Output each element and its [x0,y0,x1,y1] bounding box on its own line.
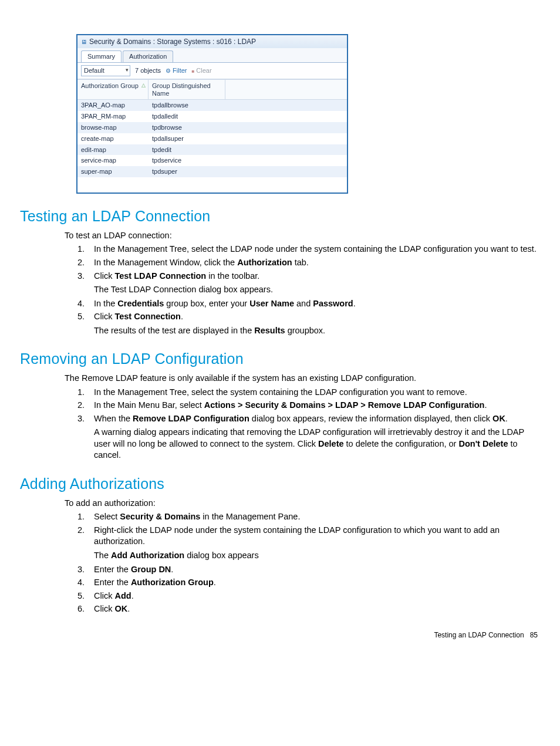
page-number: 85 [530,631,538,639]
list-item: Select Security & Domains in the Managem… [87,511,540,523]
clear-link: Clear [191,66,211,75]
steps-list: In the Management Tree, select the syste… [65,387,540,461]
section-removing-body: The Remove LDAP feature is only availabl… [65,373,540,461]
heading-adding-authorizations: Adding Authorizations [20,474,540,494]
footer-text: Testing an LDAP Connection [434,631,524,639]
steps-list: Select Security & Domains in the Managem… [65,511,540,615]
grid-body: 3PAR_AO-maptpdallbrowse 3PAR_RM-maptpdal… [77,100,347,193]
filter-icon [166,66,171,75]
table-row[interactable]: service-maptpdservice [77,155,347,166]
list-item: Enter the Authorization Group. [87,577,540,589]
tab-authorization[interactable]: Authorization [123,50,173,62]
tab-bar: Summary Authorization [77,48,347,62]
list-item: Click OK. [87,603,540,615]
table-row[interactable]: browse-maptpdbrowse [77,122,347,133]
table-row[interactable]: edit-maptpdedit [77,144,347,156]
authorization-grid: Authorization Group △ Group Distinguishe… [77,79,347,193]
window-icon [81,37,87,46]
window-title: Security & Domains : Storage Systems : s… [89,37,256,46]
intro-text: To add an authorization: [65,498,540,509]
list-item: In the Management Tree, select the LDAP … [87,244,540,255]
intro-text: To test an LDAP connection: [65,230,540,242]
heading-removing-ldap: Removing an LDAP Configuration [20,349,540,369]
table-row[interactable]: 3PAR_RM-maptpdalledit [77,111,347,122]
heading-testing-ldap: Testing an LDAP Connection [20,207,540,227]
list-item: In the Main Menu Bar, select Actions > S… [87,400,540,411]
list-item: When the Remove LDAP Configuration dialo… [87,413,540,461]
toolbar: Default 7 objects Filter Clear [77,62,347,79]
section-testing-body: To test an LDAP connection: In the Manag… [65,230,540,337]
list-item: Click Test LDAP Connection in the toolba… [87,271,540,296]
list-item: In the Credentials group box, enter your… [87,298,540,310]
col-group-dn[interactable]: Group Distinguished Name [149,80,225,99]
window-title-bar: Security & Domains : Storage Systems : s… [77,35,347,48]
steps-list: In the Management Tree, select the LDAP … [65,244,540,336]
section-adding-body: To add an authorization: Select Security… [65,498,540,615]
ldap-authorization-screenshot: Security & Domains : Storage Systems : s… [76,34,348,194]
table-row[interactable]: create-maptpdallsuper [77,133,347,144]
list-item: In the Management Window, click the Auth… [87,257,540,269]
list-item: Right-click the LDAP node under the syst… [87,525,540,562]
tab-summary[interactable]: Summary [81,50,122,62]
list-item: Click Add. [87,590,540,602]
grid-header: Authorization Group △ Group Distinguishe… [77,80,347,100]
table-row[interactable]: 3PAR_AO-maptpdallbrowse [77,100,347,111]
list-item: In the Management Tree, select the syste… [87,387,540,399]
list-item: Enter the Group DN. [87,564,540,576]
object-count: 7 objects [135,66,161,75]
domain-select[interactable]: Default [81,65,130,76]
intro-text: The Remove LDAP feature is only availabl… [65,373,540,384]
filter-link[interactable]: Filter [166,66,187,75]
list-item: Click Test Connection. The results of th… [87,311,540,336]
col-authorization-group[interactable]: Authorization Group △ [77,80,149,99]
page-footer: Testing an LDAP Connection 85 [20,630,540,640]
table-row[interactable]: super-maptpdsuper [77,166,347,177]
sort-asc-icon: △ [141,82,146,88]
clear-icon [191,66,194,75]
